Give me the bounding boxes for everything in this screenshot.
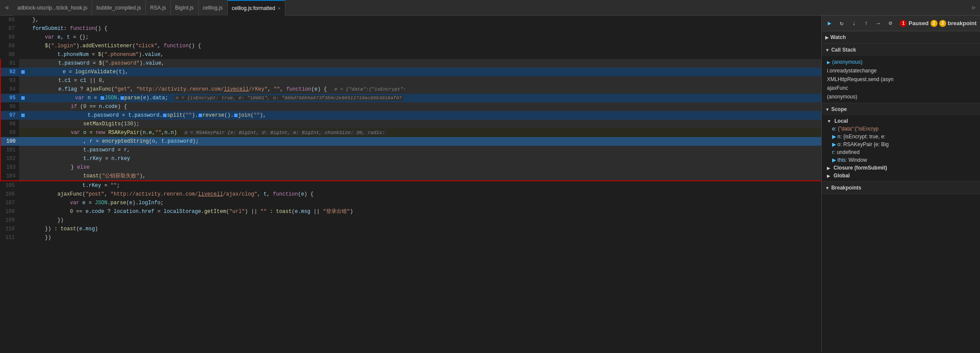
tab-celllog[interactable]: celllog.js [199, 0, 228, 16]
code-panel: 86 }, 87 formSubmit: function() { 88 var… [0, 16, 822, 353]
stack-item-label: i.onreadystatechange [827, 68, 877, 74]
line-number: 106 [0, 190, 18, 199]
tab-label: BigInt.js [175, 5, 194, 11]
line-number: 87 [0, 24, 18, 33]
tab-label: celllog.js:formatted [232, 5, 275, 11]
line-number: 108 [0, 207, 18, 216]
code-line-105: 105 t.rKey = ""; [0, 181, 821, 190]
global-arrow: ▶ [827, 173, 830, 178]
line-content: t.rKey = ""; [18, 181, 821, 190]
closure-arrow: ▶ [827, 166, 830, 170]
tab-rsa[interactable]: RSA.js [146, 0, 171, 16]
stack-item-onreadystatechange[interactable]: i.onreadystatechange [825, 66, 977, 75]
current-frame-icon: ▶ [827, 60, 830, 65]
code-line-97: 97 t.password = t.password.split("").rev… [0, 111, 821, 120]
code-line-111: 111 }) [0, 233, 821, 242]
line-content: }) [18, 216, 821, 225]
code-line-94: 94 e.flag ? ajaxFunc("get", "http://acti… [0, 85, 821, 94]
line-number: 91 [1, 59, 19, 68]
tab-label: RSA.js [150, 5, 166, 11]
code-line-90: 90 t.phoneNum = $(".phonenum").value, [0, 50, 821, 59]
line-number: 88 [0, 33, 18, 42]
scope-header[interactable]: ▼ Scope [822, 103, 980, 115]
stack-item-xmlhttprequest[interactable]: XMLHttpRequest.send (asyn [825, 75, 977, 84]
code-line-98: 98 setMaxDigits(130); [0, 120, 821, 128]
line-content: $(".login").addEventListener("click", fu… [18, 42, 821, 50]
watch-header[interactable]: ▶ Watch [822, 31, 980, 43]
stack-item-anonymous-1[interactable]: ▶ (anonymous) [825, 58, 977, 66]
code-line-102: 102 t.rKey = n.rkey [0, 154, 821, 163]
breakpoints-label: Breakpoints [831, 185, 861, 191]
stack-item-anonymous-2[interactable]: (anonymous) [825, 92, 977, 101]
scope-section: ▼ Scope ▼ Local e: {"data":{"isEncryp ▶ … [822, 103, 980, 182]
debug-toolbar: ▶ ↻ ↓ ↑ → ⊘ 1 Paused 2 3 breakpoint [822, 16, 980, 31]
stack-item-label: (anonymous) [827, 94, 857, 100]
code-line-91: 91 t.password = $(".password").value, [0, 59, 821, 68]
line-content: t.c1 = c1 || 0, [19, 76, 821, 85]
line-number: 105 [0, 181, 18, 190]
line-number: 111 [0, 233, 18, 242]
line-number: 99 [1, 128, 19, 137]
scope-local-header[interactable]: ▼ Local [825, 117, 977, 125]
scope-key: o: [837, 141, 843, 147]
line-content: }, [18, 16, 821, 24]
step-button[interactable]: → [874, 19, 882, 28]
scope-closure-header[interactable]: ▶ Closure (formSubmit) [825, 164, 977, 172]
line-content: 0 == e.code ? location.href = localStora… [18, 207, 821, 216]
deactivate-button[interactable]: ⊘ [886, 19, 895, 28]
scope-val: {isEncrypt: true, e: [843, 134, 885, 140]
line-number: 86 [0, 16, 18, 24]
back-icon[interactable]: ◁ [0, 4, 13, 11]
code-line-96: 96 if (0 == n.code) { [0, 102, 821, 111]
line-number: 102 [1, 154, 19, 163]
line-content: t.rKey = n.rkey [19, 154, 821, 163]
scope-key: n: [837, 134, 843, 140]
breakpoint-label: breakpoint [948, 20, 977, 26]
line-number: 100 [1, 137, 19, 146]
scope-val: undefined [837, 149, 860, 155]
scope-o[interactable]: ▶ o: RSAKeyPair {e: Big [825, 141, 977, 148]
scope-arrow: ▼ [825, 107, 830, 112]
step-over-button[interactable]: ↻ [837, 19, 846, 28]
scope-e[interactable]: e: {"data":{"isEncryp [825, 125, 977, 133]
right-panel-scroll[interactable]: ▶ Watch ▼ Call Stack ▶ (anonymous) i.onr… [822, 31, 980, 353]
step-into-button[interactable]: ↓ [849, 19, 858, 28]
line-number: 109 [0, 216, 18, 225]
overflow-icon[interactable]: ▷ [968, 4, 980, 11]
scope-n[interactable]: ▶ n: {isEncrypt: true, e: [825, 133, 977, 141]
close-icon[interactable]: × [278, 6, 281, 11]
line-number: 96 [1, 102, 19, 111]
scope-global-header[interactable]: ▶ Global [825, 172, 977, 180]
line-number: 93 [1, 76, 19, 85]
tab-bigint[interactable]: BigInt.js [171, 0, 199, 16]
expand-this[interactable]: ▶ [832, 157, 837, 163]
line-content: ajaxFunc("post", "http://activity.renren… [18, 190, 821, 199]
stack-item-ajaxfunc[interactable]: ajaxFunc [825, 84, 977, 92]
paused-label: Paused [908, 20, 928, 26]
scope-this[interactable]: ▶ this: Window [825, 156, 977, 164]
expand-n[interactable]: ▶ [832, 134, 837, 140]
line-content: var e, t = {}; [18, 33, 821, 42]
callstack-header[interactable]: ▼ Call Stack [822, 44, 980, 56]
tab-celllog-formatted[interactable]: celllog.js:formatted × [228, 0, 285, 16]
expand-o[interactable]: ▶ [832, 141, 837, 147]
watch-label: Watch [830, 34, 846, 40]
stack-item-label: XMLHttpRequest.send (asyn [827, 76, 893, 82]
line-number: 104 [1, 172, 19, 180]
line-content: t.password = t.password.split("").revers… [19, 111, 821, 120]
code-line-95: 95 var n = JSON.parse(e).data; n = {isEn… [0, 94, 821, 102]
line-content: t.phoneNum = $(".phonenum").value, [18, 50, 821, 59]
breakpoints-header[interactable]: ▼ Breakpoints [822, 182, 980, 194]
stack-item-label: ajaxFunc [827, 85, 848, 91]
resume-button[interactable]: ▶ [825, 19, 834, 28]
code-content[interactable]: 86 }, 87 formSubmit: function() { 88 var… [0, 16, 821, 353]
scope-key: e: [832, 126, 838, 132]
step-out-button[interactable]: ↑ [862, 19, 870, 28]
tab-adblock[interactable]: adblock-uiscrip...tclick_hook.js [13, 0, 92, 16]
line-content: var n = JSON.parse(e).data; n = {isEncry… [19, 94, 821, 102]
code-line-101: 101 t.password = r, [0, 146, 821, 154]
tab-bubble[interactable]: bubble_compiled.js [92, 0, 146, 16]
global-label: Global [833, 173, 849, 179]
code-line-109: 109 }) [0, 216, 821, 225]
line-number: 90 [0, 50, 18, 59]
